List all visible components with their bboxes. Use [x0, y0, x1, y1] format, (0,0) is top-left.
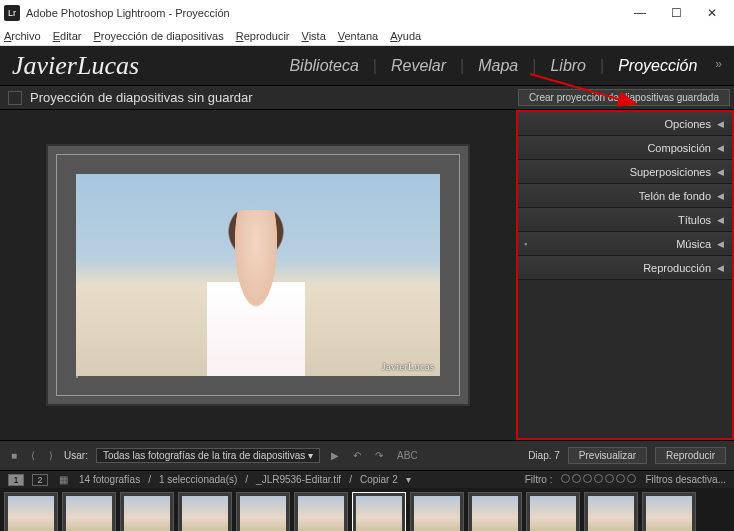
collapse-icon: ◀ [717, 191, 724, 201]
use-label: Usar: [64, 450, 88, 461]
photo-count: 14 fotografías [79, 474, 140, 485]
stop-button[interactable]: ■ [8, 450, 20, 461]
filmstrip-thumb[interactable]: ◧◨★★★★★ [410, 492, 464, 531]
filter-label: Filtro : [525, 474, 553, 485]
next-slide-button[interactable]: ⟩ [46, 450, 56, 461]
menu-ventana[interactable]: Ventana [338, 30, 378, 42]
play-button[interactable]: ▶ [328, 450, 342, 461]
prev-slide-button[interactable]: ⟨ [28, 450, 38, 461]
create-saved-button[interactable]: Crear proyección de diapositivas guardad… [518, 89, 730, 106]
filmstrip-filter-bar: 1 2 ▦ 14 fotografías / 1 seleccionada(s)… [0, 470, 734, 488]
toggle-icon[interactable]: ▪ [524, 239, 527, 249]
chevron-down-icon: ▾ [308, 450, 313, 461]
close-button[interactable]: ✕ [694, 1, 730, 25]
module-tabs: Biblioteca| Revelar| Mapa| Libro| Proyec… [289, 57, 722, 75]
play-slideshow-button[interactable]: Reproducir [655, 447, 726, 464]
watermark: JavierLucas [381, 360, 434, 372]
color-label-filters[interactable] [560, 474, 637, 485]
rotate-cw-button[interactable]: ↷ [372, 450, 386, 461]
filmstrip-thumb[interactable]: ◧◨★★★★★ [236, 492, 290, 531]
module-proyeccion[interactable]: Proyección [618, 57, 697, 75]
view-mode-1[interactable]: 1 [8, 474, 24, 486]
use-dropdown[interactable]: Todas las fotografías de la tira de diap… [96, 448, 320, 463]
thumb-image [356, 496, 402, 531]
filmstrip-thumb[interactable]: ◧◨★★★★★ [294, 492, 348, 531]
menu-bar: Archivo Editar Proyección de diapositiva… [0, 26, 734, 46]
slideshow-subheader: Proyección de diapositivas sin guardar C… [0, 86, 734, 110]
slide-counter: Diap. 7 [528, 450, 560, 461]
identity-plate: JavierLucas [12, 51, 289, 81]
menu-editar[interactable]: Editar [53, 30, 82, 42]
module-biblioteca[interactable]: Biblioteca [289, 57, 358, 75]
panel-titulos[interactable]: Títulos◀ [518, 208, 732, 232]
module-expand-icon[interactable]: » [715, 57, 722, 75]
thumb-image [472, 496, 518, 531]
collapse-icon: ◀ [717, 215, 724, 225]
thumb-image [8, 496, 54, 531]
selection-count: 1 seleccionada(s) [159, 474, 237, 485]
filmstrip-thumb[interactable]: ◧◨★★★★★ [468, 492, 522, 531]
collapse-icon: ◀ [717, 167, 724, 177]
collapse-icon: ◀ [717, 143, 724, 153]
filmstrip-thumb[interactable]: ◧◨★★★★★ [4, 492, 58, 531]
collapse-icon: ◀ [717, 239, 724, 249]
filmstrip-thumb[interactable]: ◧◨★★★★★ [526, 492, 580, 531]
module-picker-bar: JavierLucas Biblioteca| Revelar| Mapa| L… [0, 46, 734, 86]
slideshow-toolbar: ■ ⟨ ⟩ Usar: Todas las fotografías de la … [0, 440, 734, 470]
filmstrip-thumb[interactable]: ◧◨★★★★★ [178, 492, 232, 531]
filters-off-dropdown[interactable]: Filtros desactiva... [645, 474, 726, 485]
text-overlay-button[interactable]: ABC [394, 450, 421, 461]
panel-musica[interactable]: ▪Música◀ [518, 232, 732, 256]
panel-reproduccion[interactable]: Reproducción◀ [518, 256, 732, 280]
saved-checkbox[interactable] [8, 91, 22, 105]
filmstrip-thumb[interactable]: ◧◨★★★★★ [642, 492, 696, 531]
panel-composicion[interactable]: Composición◀ [518, 136, 732, 160]
grid-toggle-icon[interactable]: ▦ [56, 474, 71, 485]
filmstrip-thumb[interactable]: ◧◨★★★★★ [352, 492, 406, 531]
thumb-image [66, 496, 112, 531]
maximize-button[interactable]: ☐ [658, 1, 694, 25]
collapse-icon: ◀ [717, 119, 724, 129]
panel-opciones[interactable]: Opciones◀ [518, 112, 732, 136]
virtual-copy-label: Copiar 2 [360, 474, 398, 485]
window-titlebar: Lr Adobe Photoshop Lightroom - Proyecció… [0, 0, 734, 26]
panel-telon[interactable]: Telón de fondo◀ [518, 184, 732, 208]
slide-frame[interactable]: JavierLucas [48, 146, 468, 404]
thumb-image [298, 496, 344, 531]
thumb-image [124, 496, 170, 531]
view-mode-2[interactable]: 2 [32, 474, 48, 486]
thumb-image [414, 496, 460, 531]
app-icon: Lr [4, 5, 20, 21]
thumb-image [646, 496, 692, 531]
menu-vista[interactable]: Vista [302, 30, 326, 42]
slide-photo: JavierLucas [76, 174, 440, 376]
minimize-button[interactable]: — [622, 1, 658, 25]
menu-archivo[interactable]: Archivo [4, 30, 41, 42]
collapse-icon: ◀ [717, 263, 724, 273]
thumb-image [530, 496, 576, 531]
module-libro[interactable]: Libro [550, 57, 586, 75]
module-revelar[interactable]: Revelar [391, 57, 446, 75]
preview-button[interactable]: Previsualizar [568, 447, 647, 464]
current-filename: _JLR9536-Editar.tif [256, 474, 341, 485]
filmstrip-thumb[interactable]: ◧◨★★★★★ [120, 492, 174, 531]
menu-reproducir[interactable]: Reproducir [236, 30, 290, 42]
module-mapa[interactable]: Mapa [478, 57, 518, 75]
filmstrip-thumb[interactable]: ◧◨★★★★★ [62, 492, 116, 531]
slide-canvas: JavierLucas [0, 110, 516, 440]
panel-superposiciones[interactable]: Superposiciones◀ [518, 160, 732, 184]
menu-ayuda[interactable]: Ayuda [390, 30, 421, 42]
filmstrip-thumb[interactable]: ◧◨★★★★★ [584, 492, 638, 531]
thumb-image [182, 496, 228, 531]
filmstrip[interactable]: ◧◨★★★★★◧◨★★★★★◧◨★★★★★◧◨★★★★★◧◨★★★★★◧◨★★★… [0, 488, 734, 531]
menu-proyeccion[interactable]: Proyección de diapositivas [93, 30, 223, 42]
thumb-image [588, 496, 634, 531]
rotate-ccw-button[interactable]: ↶ [350, 450, 364, 461]
chevron-down-icon[interactable]: ▾ [406, 474, 411, 485]
thumb-image [240, 496, 286, 531]
right-panel-group: Opciones◀ Composición◀ Superposiciones◀ … [516, 110, 734, 440]
slideshow-title: Proyección de diapositivas sin guardar [30, 90, 518, 105]
window-title: Adobe Photoshop Lightroom - Proyección [26, 7, 622, 19]
